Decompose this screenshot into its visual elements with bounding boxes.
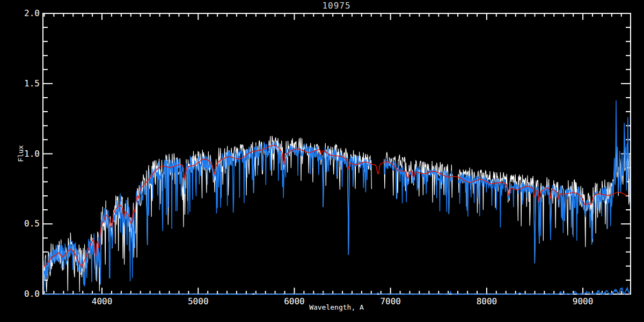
y-tick-label: 1.5 bbox=[0, 79, 40, 89]
spectrum-plot-screen: 10975 Wavelength, A Flux 400050006000700… bbox=[0, 0, 644, 322]
spectrum-plot-canvas bbox=[0, 0, 644, 322]
y-tick-label: 1.0 bbox=[0, 149, 40, 159]
x-tick-label: 6000 bbox=[284, 296, 305, 306]
x-tick-label: 8000 bbox=[477, 296, 497, 306]
x-tick-label: 7000 bbox=[380, 296, 401, 306]
chart-title: 10975 bbox=[322, 1, 350, 11]
x-tick-label: 9000 bbox=[573, 296, 594, 306]
y-tick-label: 0.5 bbox=[0, 219, 40, 229]
noise-floor-spectrum bbox=[43, 287, 630, 294]
y-tick-label: 0.0 bbox=[0, 289, 40, 299]
x-tick-label: 5000 bbox=[188, 296, 209, 306]
y-tick-label: 2.0 bbox=[0, 9, 40, 18]
x-axis-label: Wavelength, A bbox=[309, 303, 364, 311]
x-tick-label: 4000 bbox=[92, 296, 113, 306]
